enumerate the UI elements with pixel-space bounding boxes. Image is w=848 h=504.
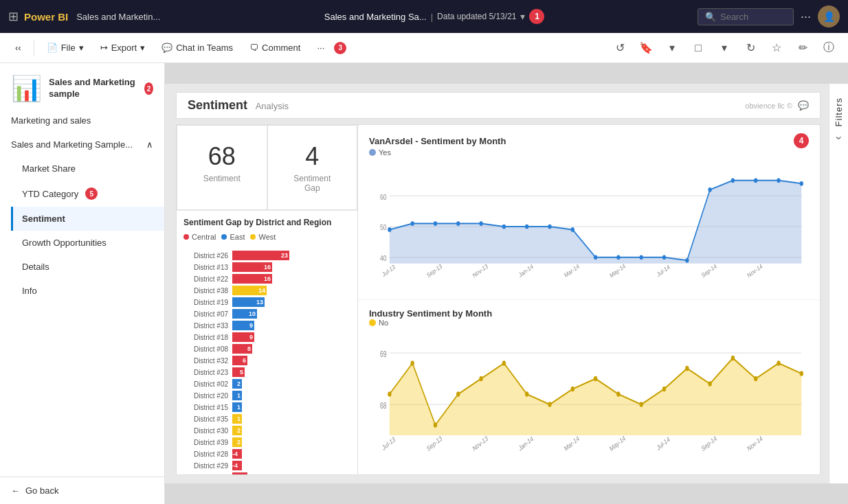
filters-label: Filters: [834, 98, 844, 126]
svg-text:Sep-14: Sep-14: [700, 435, 717, 453]
more-options-button[interactable]: ···: [801, 10, 811, 24]
sidebar-item-details[interactable]: Details: [11, 255, 164, 279]
bar-container: 2: [232, 379, 242, 389]
bar-value: 6: [243, 357, 246, 364]
bar-container: 2: [232, 437, 242, 447]
sidebar-item-ytd[interactable]: YTD Category 5: [11, 181, 164, 207]
district-label: District #20: [183, 392, 228, 400]
comment-icon-report[interactable]: 💬: [798, 100, 809, 111]
bar-container: 9: [232, 321, 254, 330]
teams-icon: 💬: [161, 43, 172, 53]
sidebar-item-label-market-share: Market Share: [22, 163, 76, 174]
list-item: District #2216: [183, 274, 350, 284]
collapse-nav-button[interactable]: ‹‹: [8, 40, 28, 56]
bookmark-button[interactable]: 🔖: [635, 37, 657, 59]
list-item: District #022: [183, 379, 350, 389]
svg-point-53: [731, 356, 735, 361]
sidebar-title: Sales and Marketing sample: [49, 77, 136, 100]
sidebar-item-market-share[interactable]: Market Share: [11, 157, 164, 181]
district-label: District #35: [183, 415, 228, 423]
undo-button[interactable]: ↺: [609, 37, 631, 59]
bar-value: 2: [237, 439, 241, 446]
metric-cards: 68 Sentiment 4 Sentiment Gap: [177, 125, 357, 211]
search-icon: 🔍: [705, 12, 716, 22]
sidebar-item-sentiment[interactable]: Sentiment: [11, 207, 164, 231]
district-label: District #38: [183, 287, 228, 295]
sidebar-item-growth[interactable]: Growth Opportunities: [11, 231, 164, 255]
district-bar: 6: [232, 356, 247, 365]
sentiment-header-right: obvience llc © 💬: [745, 100, 809, 111]
avatar[interactable]: 👤: [818, 5, 840, 27]
vanarsdel-chart-panel: VanArsdel - Sentiment by Month 4 Yes 405…: [358, 125, 820, 300]
district-bar: 2: [232, 379, 242, 389]
sidebar-footer-goback[interactable]: ← Go back: [0, 477, 164, 504]
list-item: District #28-4: [183, 449, 350, 459]
sidebar-item-marketing[interactable]: Marketing and sales: [0, 108, 164, 133]
bar-container: -4: [232, 449, 242, 459]
district-bar: 9: [232, 332, 254, 342]
more-toolbar-button[interactable]: ···: [310, 40, 331, 56]
top-bar-right: 🔍 ··· 👤: [698, 5, 840, 27]
svg-text:Jul-13: Jul-13: [381, 263, 397, 279]
comment-button[interactable]: 🗨 Comment: [243, 40, 307, 56]
export-menu-button[interactable]: ↦ Export ▾: [93, 40, 153, 56]
filters-panel[interactable]: Filters ›: [829, 84, 848, 483]
refresh-button[interactable]: ↻: [739, 37, 761, 59]
search-box[interactable]: 🔍: [698, 8, 794, 25]
sidebar-item-info[interactable]: Info: [11, 279, 164, 303]
district-bar: 8: [232, 344, 252, 354]
info-button[interactable]: ⓘ: [818, 37, 840, 59]
sidebar-item-label-ytd: YTD Category: [22, 189, 78, 199]
chat-teams-button[interactable]: 💬 Chat in Teams: [155, 40, 240, 56]
district-bar: 9: [232, 321, 254, 330]
chevron-down-icon-bookmark[interactable]: ▾: [661, 37, 683, 59]
district-label: District #32: [183, 357, 228, 365]
bar-container: 14: [232, 286, 267, 295]
sidebar-section-sample[interactable]: Sales and Marketing Sample... ∧: [0, 133, 164, 157]
gap-value: 4: [290, 142, 335, 171]
top-bar-center: Sales and Marketing Sa... | Data updated…: [177, 9, 692, 24]
bar-container: 13: [232, 297, 265, 307]
svg-point-40: [434, 422, 437, 428]
file-menu-button[interactable]: 📄 File ▾: [40, 40, 91, 56]
legend-dot-central: [183, 234, 189, 240]
list-item: District #235: [183, 367, 350, 377]
search-input[interactable]: [720, 12, 782, 22]
bar-container: 16: [232, 262, 272, 272]
sidebar: 📊 Sales and Marketing sample 2 Marketing…: [0, 63, 165, 504]
bar-value: 14: [258, 287, 265, 294]
svg-text:Mar-14: Mar-14: [564, 435, 581, 453]
legend-central: Central: [183, 233, 216, 241]
district-label: District #22: [183, 275, 228, 283]
svg-point-50: [662, 387, 666, 392]
badge-4: 4: [794, 133, 809, 148]
filters-arrow-icon: ›: [832, 137, 845, 140]
view-button[interactable]: □: [687, 37, 709, 59]
list-item: District #2623: [183, 251, 350, 260]
brand-label: obvience llc ©: [745, 102, 792, 110]
separator: |: [431, 12, 433, 22]
chevron-down-icon[interactable]: ▾: [520, 11, 525, 22]
bar-value: 9: [249, 322, 253, 329]
industry-header: Industry Sentiment by Month: [369, 308, 809, 319]
chevron-down-icon-view[interactable]: ▾: [713, 37, 735, 59]
svg-point-21: [731, 179, 735, 183]
grid-icon[interactable]: ⊞: [8, 9, 19, 24]
sidebar-item-label-growth: Growth Opportunities: [22, 238, 107, 248]
vanarsdel-legend: Yes: [369, 148, 809, 157]
metrics-charts-row: 68 Sentiment 4 Sentiment Gap Sentiment G…: [176, 124, 821, 475]
sidebar-nav: Marketing and sales Sales and Marketing …: [0, 108, 164, 477]
center-report-name: Sales and Marketing Sa...: [324, 12, 427, 22]
svg-text:Jul-14: Jul-14: [656, 263, 671, 279]
svg-point-38: [388, 391, 391, 397]
bar-container: 1: [232, 414, 242, 424]
data-updated: Data updated 5/13/21: [437, 12, 516, 21]
district-bar: -4: [232, 461, 242, 470]
sidebar-item-label-marketing: Marketing and sales: [11, 115, 91, 126]
pencil-button[interactable]: ✏: [792, 37, 814, 59]
file-label: File: [61, 43, 76, 53]
report-canvas: Sentiment Analysis obvience llc © 💬: [165, 84, 829, 483]
star-button[interactable]: ☆: [766, 37, 788, 59]
metric-gap: 4 Sentiment Gap: [267, 125, 358, 210]
svg-point-55: [777, 360, 780, 366]
